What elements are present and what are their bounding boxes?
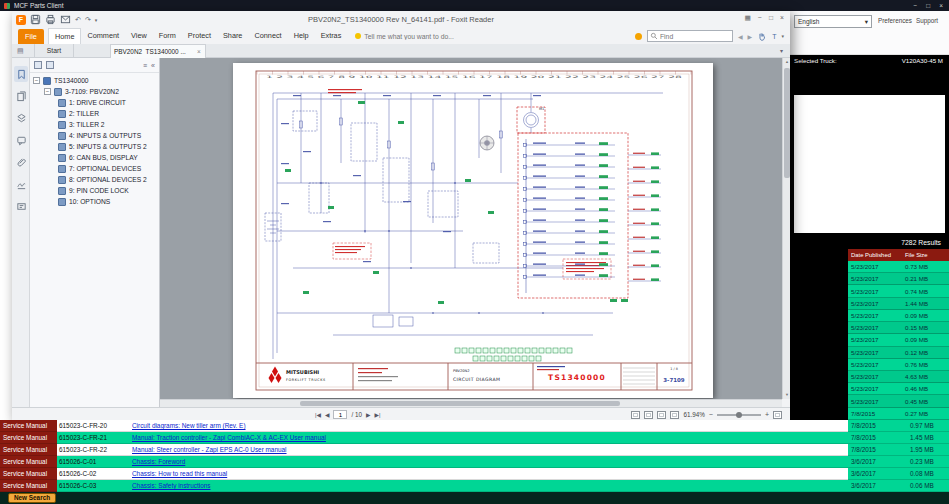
scroll-up-icon[interactable]: ▲ [783, 58, 791, 66]
table-row[interactable]: Service Manual 615026-C-02 Chassis: How … [0, 468, 949, 480]
tab-view[interactable]: View [125, 28, 153, 44]
add-bookmark-icon[interactable] [46, 61, 54, 69]
fit-width-icon[interactable] [773, 411, 782, 419]
vertical-scrollbar[interactable]: ▲ ▼ [782, 58, 790, 399]
continuous-view-icon[interactable] [644, 411, 653, 419]
bookmark-item[interactable]: 10: OPTIONS [30, 196, 159, 207]
close-button[interactable]: × [939, 2, 943, 9]
result-row[interactable]: 5/23/20174.63 MB [848, 371, 949, 383]
bookmark-item[interactable]: −TS1340000 [30, 75, 159, 86]
bookmark-item[interactable]: 5: INPUTS & OUTPUTS 2 [30, 141, 159, 152]
close-tab-icon[interactable]: × [197, 48, 201, 55]
bookmark-item[interactable]: 3: TILLER 2 [30, 119, 159, 130]
zoom-in-button[interactable]: + [765, 411, 769, 418]
maximize-button[interactable]: □ [926, 2, 930, 9]
language-select[interactable]: English ▾ [794, 15, 872, 28]
layers-panel-icon[interactable] [14, 110, 28, 126]
result-row[interactable]: 7/8/20150.27 MB [848, 408, 949, 420]
result-row[interactable]: 5/23/20170.73 MB [848, 261, 949, 273]
fields-panel-icon[interactable] [14, 198, 28, 214]
tab-share[interactable]: Share [217, 28, 248, 44]
attachments-panel-icon[interactable] [14, 154, 28, 170]
tab-help[interactable]: Help [288, 28, 315, 44]
tell-me-input[interactable] [364, 33, 469, 40]
tab-overflow-icon[interactable]: ▾ [780, 47, 783, 54]
scroll-down-icon[interactable]: ▼ [783, 391, 791, 399]
tab-current-document[interactable]: PBV20N2_TS1340000 ... × [110, 44, 206, 58]
support-link[interactable]: Support [916, 17, 938, 24]
save-icon[interactable] [30, 14, 41, 25]
horizontal-scrollbar[interactable] [160, 399, 782, 407]
panel-menu-icon[interactable]: ≡ [143, 62, 147, 69]
foxit-minimize-button[interactable]: − [758, 14, 762, 22]
bookmark-item[interactable]: −3-7109: PBV20N2 [30, 86, 159, 97]
first-page-button[interactable]: |◀ [315, 412, 321, 418]
result-row[interactable]: 5/23/20170.09 MB [848, 310, 949, 322]
zoom-slider-thumb[interactable] [736, 412, 742, 418]
table-row[interactable]: Service Manual 615023-C-FR-21 Manual: Tr… [0, 432, 949, 444]
qat-dropdown-icon[interactable]: ▾ [95, 17, 98, 23]
find-previous-icon[interactable]: ◀ [738, 33, 743, 40]
facing-view-icon[interactable] [657, 411, 666, 419]
signature-panel-icon[interactable] [14, 176, 28, 192]
collapse-panel-icon[interactable]: « [151, 62, 155, 69]
bookmarks-panel-icon[interactable] [14, 66, 28, 82]
document-link[interactable]: Chassis: Safety instructions [132, 482, 211, 489]
result-row[interactable]: 5/23/20170.15 MB [848, 322, 949, 334]
table-row[interactable]: Service Manual 615026-C-03 Chassis: Safe… [0, 480, 949, 492]
bookmark-item[interactable]: 2: TILLER [30, 108, 159, 119]
print-icon[interactable] [45, 14, 56, 25]
tab-extras[interactable]: Extras [315, 28, 348, 44]
collapse-node-icon[interactable]: − [33, 77, 40, 84]
file-menu-button[interactable]: File [18, 29, 44, 44]
result-row[interactable]: 5/23/20170.21 MB [848, 273, 949, 285]
fit-page-icon[interactable] [670, 411, 679, 419]
notification-icon[interactable] [635, 33, 642, 40]
zoom-slider[interactable] [717, 414, 761, 416]
document-link[interactable]: Chassis: How to read this manual [132, 470, 227, 477]
bookmark-list-icon[interactable] [34, 61, 42, 69]
result-row[interactable]: 5/23/20170.76 MB [848, 359, 949, 371]
horizontal-scrollbar-thumb[interactable] [300, 401, 620, 406]
undo-icon[interactable]: ↶ [75, 16, 81, 24]
foxit-restore-button[interactable]: □ [769, 14, 773, 22]
foxit-close-button[interactable]: × [780, 14, 784, 22]
column-date-published[interactable]: Date Published [848, 252, 903, 258]
vertical-scrollbar-thumb[interactable] [784, 68, 790, 178]
last-page-button[interactable]: ▶| [374, 412, 380, 418]
result-row[interactable]: 5/23/20170.12 MB [848, 347, 949, 359]
find-box[interactable] [647, 30, 733, 42]
comments-panel-icon[interactable] [14, 132, 28, 148]
select-tool-icon[interactable]: T [772, 33, 776, 40]
tool-dropdown-icon[interactable]: ▾ [781, 33, 784, 39]
page-number-input[interactable] [333, 410, 347, 419]
result-row[interactable]: 5/23/20171.44 MB [848, 298, 949, 310]
tab-home[interactable]: Home [48, 28, 81, 44]
bookmark-item[interactable]: 8: OPTIONAL DEVICES 2 [30, 174, 159, 185]
bookmark-item[interactable]: 7: OPTIONAL DEVICES [30, 163, 159, 174]
document-link[interactable]: Manual: Traction controller - Zapi Combi… [132, 434, 326, 441]
next-page-button[interactable]: ▶ [366, 412, 370, 418]
find-next-icon[interactable]: ▶ [748, 33, 753, 40]
bookmark-item[interactable]: 4: INPUTS & OUTPUTS [30, 130, 159, 141]
result-row[interactable]: 5/23/20170.46 MB [848, 383, 949, 395]
result-row[interactable]: 5/23/20170.09 MB [848, 334, 949, 346]
redo-icon[interactable]: ↷ [85, 16, 91, 24]
tab-comment[interactable]: Comment [81, 28, 125, 44]
result-row[interactable]: 5/23/20170.74 MB [848, 285, 949, 297]
bookmark-item[interactable]: 9: PIN CODE LOCK [30, 185, 159, 196]
hand-tool-icon[interactable] [757, 31, 767, 42]
document-link[interactable]: Circuit diagrams: New tiller arm (Rev. E… [132, 422, 246, 429]
table-row[interactable]: Service Manual 615026-C-01 Chassis: Fore… [0, 456, 949, 468]
find-input[interactable] [660, 33, 726, 40]
column-file-size[interactable]: File Size [903, 252, 928, 258]
previous-page-button[interactable]: ◀ [325, 412, 329, 418]
preferences-link[interactable]: Preferences [878, 17, 912, 24]
results-column-header[interactable]: Date Published File Size [848, 249, 949, 261]
tab-connect[interactable]: Connect [248, 28, 287, 44]
document-link[interactable]: Manual: Steer controller - Zapi EPS AC-0… [132, 446, 287, 453]
collapse-node-icon[interactable]: − [44, 88, 51, 95]
tab-list-icon[interactable]: ▤ [17, 47, 24, 55]
result-row[interactable]: 5/23/20170.45 MB [848, 395, 949, 407]
bookmark-item[interactable]: 1: DRIVE CIRCUIT [30, 97, 159, 108]
